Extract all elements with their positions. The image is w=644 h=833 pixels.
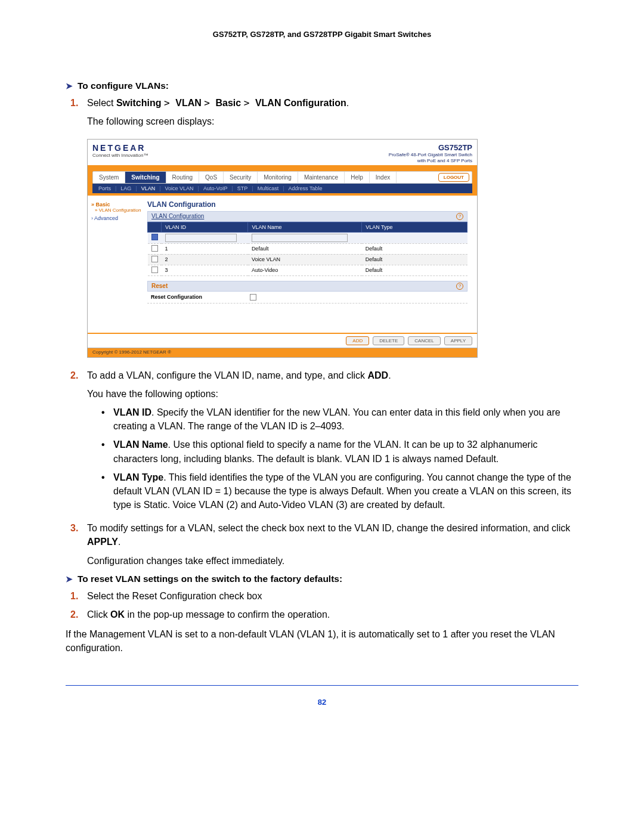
tab-index[interactable]: Index (370, 172, 397, 183)
brand-tagline: Connect with Innovation™ (92, 153, 148, 158)
subnav-voicevlan[interactable]: Voice VLAN (164, 185, 195, 191)
step1-path-basic: Basic (215, 98, 241, 108)
bullet-vlan-type: VLAN Type (113, 472, 163, 482)
brand-logo: NETGEAR (92, 143, 148, 153)
add-button[interactable]: ADD (346, 336, 369, 345)
bullet-vlan-name: VLAN Name (113, 439, 168, 450)
top-tabs: System Switching Routing QoS Security Mo… (92, 171, 472, 184)
section2-note: If the Management VLAN is set to a non-d… (66, 627, 578, 655)
list-marker: 1. (70, 96, 82, 128)
sub-nav: Ports| LAG| VLAN| Voice VLAN| Auto-VoIP|… (92, 184, 472, 193)
tab-routing[interactable]: Routing (166, 172, 199, 183)
subnav-vlan[interactable]: VLAN (140, 185, 157, 191)
s2-step1: Select the Reset Configuration check box (87, 589, 578, 603)
vlan-id-input[interactable] (165, 234, 237, 242)
vlan-table: VLAN ID VLAN Name VLAN Type 1 Default (147, 222, 467, 276)
logout-button[interactable]: LOGOUT (438, 173, 469, 182)
step2-note: You have the following options: (87, 387, 578, 401)
tab-switching[interactable]: Switching (125, 172, 166, 183)
step2-add: ADD (367, 370, 388, 380)
subnav-ports[interactable]: Ports (97, 185, 112, 191)
subnav-multicast[interactable]: Multicast (256, 185, 280, 191)
model-sub2: with PoE and 4 SFP Ports (389, 158, 472, 164)
step3-apply: APPLY (87, 537, 118, 547)
reset-checkbox[interactable] (250, 294, 256, 301)
section2-title: To reset VLAN settings on the switch to … (78, 574, 342, 584)
step1-path-vlan: VLAN (175, 98, 202, 108)
leftnav-basic[interactable]: » Basic (91, 202, 144, 208)
embedded-screenshot: NETGEAR Connect with Innovation™ GS752TP… (87, 139, 478, 357)
model-name: GS752TP (389, 143, 472, 152)
table-row: 2 Voice VLAN Default (148, 254, 467, 265)
subnav-stp[interactable]: STP (236, 185, 249, 191)
tab-monitoring[interactable]: Monitoring (258, 172, 298, 183)
table-row: 3 Auto-Video Default (148, 265, 467, 275)
list-marker: 2. (70, 608, 82, 621)
bullet-vlan-id: VLAN ID (113, 407, 151, 417)
tab-system[interactable]: System (93, 172, 125, 183)
help-icon[interactable]: ? (456, 283, 463, 290)
leftnav-vlan-config[interactable]: » VLAN Configuration (95, 208, 144, 213)
step3-text: To modify settings for a VLAN, select th… (87, 523, 570, 533)
help-icon[interactable]: ? (456, 213, 463, 220)
step1-text: Select (87, 98, 116, 108)
panel-title: VLAN Configuration (147, 200, 467, 209)
s2-step2a: Click (87, 609, 110, 620)
cancel-button[interactable]: CANCEL (408, 336, 440, 345)
apply-button[interactable]: APPLY (444, 336, 472, 345)
list-marker: 3. (70, 521, 82, 568)
tab-maintenance[interactable]: Maintenance (298, 172, 345, 183)
tab-qos[interactable]: QoS (199, 172, 224, 183)
subnav-lag[interactable]: LAG (119, 185, 132, 191)
subnav-autovoip[interactable]: Auto-VoIP (202, 185, 229, 191)
section-reset-vlan: ➤ To reset VLAN settings on the switch t… (66, 574, 578, 584)
step2-text: To add a VLAN, configure the VLAN ID, na… (87, 370, 367, 380)
col-vlan-id: VLAN ID (162, 222, 248, 232)
delete-button[interactable]: DELETE (373, 336, 404, 345)
reset-title: Reset (151, 283, 168, 289)
step3-note: Configuration changes take effect immedi… (87, 554, 578, 568)
s2-step2c: in the pop-up message to confirm the ope… (125, 609, 330, 620)
step1-path-conf: VLAN Configuration (255, 98, 346, 108)
model-sub1: ProSafe® 48-Port Gigabit Smart Switch (389, 152, 472, 158)
arrow-icon: ➤ (66, 574, 73, 584)
col-vlan-name: VLAN Name (248, 222, 362, 232)
table-row: 1 Default Default (148, 243, 467, 254)
step1-path-switching: Switching (116, 98, 162, 108)
s2-step2-ok: OK (110, 609, 125, 620)
page-number: 82 (66, 685, 578, 707)
list-marker: 1. (70, 589, 82, 603)
reset-label: Reset Configuration (151, 294, 202, 300)
copyright: Copyright © 1996-2012 NETGEAR ® (88, 348, 477, 356)
subnav-addrtable[interactable]: Address Table (287, 185, 324, 191)
col-vlan-type: VLAN Type (362, 222, 467, 232)
step1-note: The following screen displays: (87, 114, 578, 128)
arrow-icon: ➤ (66, 81, 73, 91)
row-checkbox[interactable] (151, 256, 158, 262)
subpanel-title: VLAN Configuration (151, 213, 204, 219)
tab-security[interactable]: Security (224, 172, 258, 183)
section-configure-vlans: ➤ To configure VLANs: (66, 80, 578, 91)
row-checkbox[interactable] (151, 267, 158, 273)
doc-header: GS752TP, GS728TP, and GS728TPP Gigabit S… (66, 30, 578, 39)
row-checkbox[interactable] (151, 245, 158, 252)
select-all-checkbox[interactable] (151, 234, 158, 240)
tab-help[interactable]: Help (345, 172, 370, 183)
vlan-name-input[interactable] (252, 234, 348, 242)
leftnav-advanced[interactable]: › Advanced (91, 215, 144, 221)
section1-title: To configure VLANs: (78, 80, 169, 91)
list-marker: 2. (70, 368, 82, 517)
